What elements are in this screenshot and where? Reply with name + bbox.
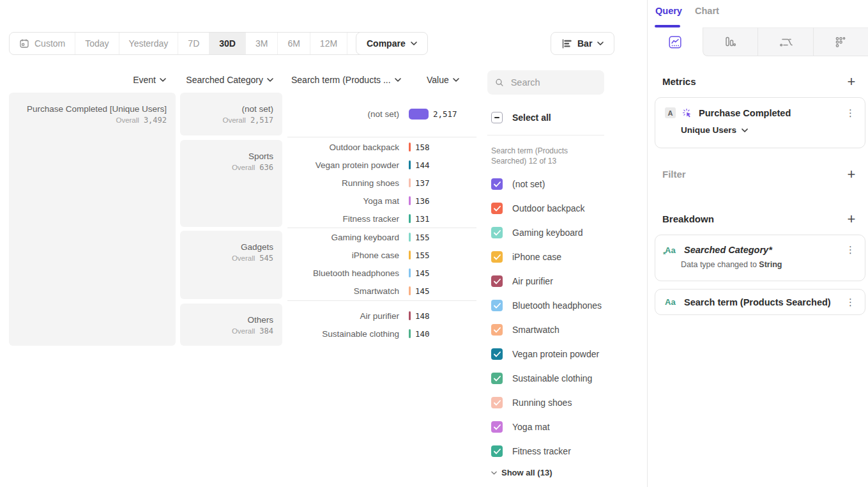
category-cell-sports[interactable]: Sports Overall 636 [180,140,282,227]
event-cell[interactable]: Purchase Completed [Unique Users] Overal… [9,93,176,346]
show-all-link[interactable]: Show all (13) [491,468,552,477]
value-bar[interactable] [409,214,411,223]
checkbox-checked-icon[interactable] [491,373,503,384]
chevron-down-icon [395,78,401,82]
add-breakdown-button[interactable]: + [844,212,858,226]
legend-item[interactable]: (not set) [491,172,545,196]
filter-section-title: Filter [662,169,686,180]
tab-flows[interactable] [758,27,813,56]
category-cell-others[interactable]: Others Overall 384 [180,304,282,346]
tab-insights-active[interactable] [648,27,703,56]
value-bar[interactable] [409,233,411,242]
breakdown-card-term[interactable]: Aa Search term (Products Searched) ⋮ [655,289,865,315]
term-row[interactable]: Fitness tracker 131 [287,210,479,228]
tab-funnels[interactable] [703,27,758,56]
column-header-event[interactable]: Event [9,73,166,87]
checkbox-checked-icon[interactable] [491,251,503,263]
column-header-category[interactable]: Searched Category [180,73,273,87]
value-bar[interactable] [409,143,411,151]
term-row[interactable]: (not set) 2,517 [287,105,479,123]
value-bar[interactable] [409,286,411,295]
term-row[interactable]: Outdoor backpack 158 [287,138,479,156]
date-range-custom[interactable]: Custom [10,33,75,54]
tab-chart[interactable]: Chart [695,6,719,16]
value-bar[interactable] [409,251,411,259]
legend-item[interactable]: Bluetooth headphones [491,293,602,318]
category-cell-gadgets[interactable]: Gadgets Overall 545 [180,231,282,299]
search-icon [495,77,504,88]
checkbox-indeterminate-icon[interactable] [491,112,503,123]
chevron-down-icon [411,42,417,45]
event-sparkle-icon [682,108,692,118]
value-bar[interactable] [409,311,411,320]
checkbox-checked-icon[interactable] [491,445,503,457]
term-row[interactable]: Smartwatch 145 [287,282,479,300]
term-row[interactable]: Sustainable clothing 140 [287,325,479,343]
compare-button[interactable]: Compare [356,32,428,55]
value-bar[interactable] [409,329,411,338]
legend-item-label: (not set) [512,179,545,189]
kebab-menu-icon[interactable]: ⋮ [844,298,857,307]
checkbox-checked-icon[interactable] [491,348,503,360]
checkbox-checked-icon[interactable] [491,203,503,214]
column-header-term[interactable]: Search term (Products ... [291,73,401,87]
checkbox-checked-icon[interactable] [491,227,503,238]
date-range-12m[interactable]: 12M [310,33,347,54]
measure-dropdown[interactable]: Unique Users [655,118,865,135]
chart-type-selector[interactable]: Bar [551,32,614,55]
group-divider [287,137,476,137]
select-all-label: Select all [512,112,551,123]
checkbox-checked-icon[interactable] [491,300,503,311]
checkbox-checked-icon[interactable] [491,324,503,336]
legend-item[interactable]: Fitness tracker [491,439,571,463]
legend-item[interactable]: Gaming keyboard [491,220,583,245]
checkbox-checked-icon[interactable] [491,275,503,287]
term-group-not-set: (not set) 2,517 [287,93,479,135]
string-property-icon: Aa [665,297,678,307]
breakdown-card-category[interactable]: Aa* Searched Category* ⋮ Data type chang… [655,235,865,281]
tab-query[interactable]: Query [655,6,682,16]
value-bar[interactable] [409,178,411,187]
column-header-value[interactable]: Value [427,73,459,87]
string-property-icon: Aa* [665,245,678,255]
legend-item[interactable]: Outdoor backpack [491,196,585,220]
term-row[interactable]: iPhone case 155 [287,246,479,264]
kebab-menu-icon[interactable]: ⋮ [844,245,857,254]
kebab-menu-icon[interactable]: ⋮ [844,109,857,118]
modified-asterisk: * [663,251,666,258]
legend-item[interactable]: Running shoes [491,390,572,415]
term-row[interactable]: Air purifier 148 [287,307,479,325]
date-range-today[interactable]: Today [75,33,119,54]
value-bar[interactable] [409,160,411,169]
legend-item[interactable]: Vegan protein powder [491,342,599,366]
overall-value: 3,492 [144,116,167,125]
search-input[interactable] [510,77,597,88]
date-range-7d[interactable]: 7D [178,33,209,54]
checkbox-checked-icon[interactable] [491,421,503,433]
add-metric-button[interactable]: + [844,75,858,89]
term-row[interactable]: Bluetooth headphones 145 [287,264,479,282]
value-bar[interactable] [409,196,411,205]
checkbox-checked-icon[interactable] [491,178,503,190]
date-range-3m[interactable]: 3M [246,33,278,54]
metric-card[interactable]: A Purchase Completed ⋮ Unique Users [655,97,865,148]
select-all-row[interactable]: Select all [491,112,551,123]
tab-retention[interactable] [813,27,868,56]
legend-item[interactable]: Air purifier [491,269,553,293]
value-bar[interactable] [409,109,429,120]
date-range-30d-selected[interactable]: 30D [209,33,246,54]
value-bar[interactable] [409,268,411,277]
checkbox-checked-icon[interactable] [491,397,503,408]
term-row[interactable]: Running shoes 137 [287,174,479,192]
date-range-6m[interactable]: 6M [278,33,310,54]
term-row[interactable]: Yoga mat 136 [287,192,479,210]
legend-item[interactable]: Sustainable clothing [491,366,592,390]
legend-item[interactable]: Smartwatch [491,318,560,342]
term-row[interactable]: Vegan protein powder 144 [287,156,479,174]
term-row[interactable]: Gaming keyboard 155 [287,228,479,246]
legend-item[interactable]: Yoga mat [491,415,550,439]
legend-item[interactable]: iPhone case [491,245,561,269]
add-filter-button[interactable]: + [844,167,858,182]
date-range-yesterday[interactable]: Yesterday [119,33,179,54]
category-cell-not-set[interactable]: (not set) Overall 2,517 [180,93,282,135]
